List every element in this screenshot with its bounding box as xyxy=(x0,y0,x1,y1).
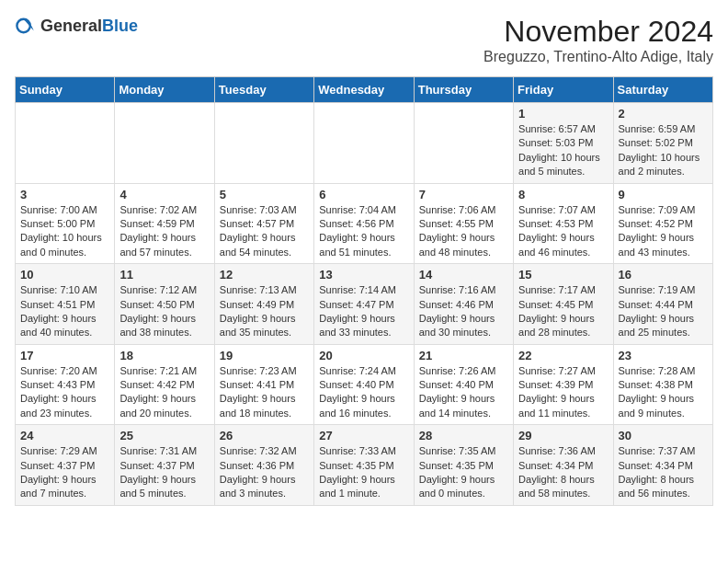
cell-info: Sunrise: 7:36 AM Sunset: 4:34 PM Dayligh… xyxy=(518,444,608,501)
cell-info: Sunrise: 7:12 AM Sunset: 4:50 PM Dayligh… xyxy=(119,283,209,340)
cell-info: Sunrise: 6:57 AM Sunset: 5:03 PM Dayligh… xyxy=(518,122,608,179)
cell-info: Sunrise: 7:17 AM Sunset: 4:45 PM Dayligh… xyxy=(518,283,608,340)
calendar-cell: 11Sunrise: 7:12 AM Sunset: 4:50 PM Dayli… xyxy=(115,264,214,345)
cell-info: Sunrise: 7:27 AM Sunset: 4:39 PM Dayligh… xyxy=(518,364,608,421)
calendar-cell: 1Sunrise: 6:57 AM Sunset: 5:03 PM Daylig… xyxy=(514,103,613,184)
day-number: 23 xyxy=(619,349,708,362)
week-row-1: 1Sunrise: 6:57 AM Sunset: 5:03 PM Daylig… xyxy=(16,103,713,184)
calendar-cell: 7Sunrise: 7:06 AM Sunset: 4:55 PM Daylig… xyxy=(414,183,513,264)
calendar-cell: 25Sunrise: 7:31 AM Sunset: 4:37 PM Dayli… xyxy=(115,425,214,506)
logo: General Blue xyxy=(15,15,138,37)
day-header-monday: Monday xyxy=(115,77,214,103)
day-header-wednesday: Wednesday xyxy=(314,77,414,103)
day-number: 27 xyxy=(319,429,408,442)
header: General Blue November 2024 Breguzzo, Tre… xyxy=(15,15,713,65)
calendar-cell: 30Sunrise: 7:37 AM Sunset: 4:34 PM Dayli… xyxy=(613,425,712,506)
day-number: 18 xyxy=(119,349,209,362)
cell-info: Sunrise: 7:32 AM Sunset: 4:36 PM Dayligh… xyxy=(220,444,309,501)
cell-info: Sunrise: 7:28 AM Sunset: 4:38 PM Dayligh… xyxy=(619,364,708,421)
cell-info: Sunrise: 7:07 AM Sunset: 4:53 PM Dayligh… xyxy=(518,203,608,260)
calendar-cell: 8Sunrise: 7:07 AM Sunset: 4:53 PM Daylig… xyxy=(514,183,613,264)
calendar-cell: 26Sunrise: 7:32 AM Sunset: 4:36 PM Dayli… xyxy=(214,425,313,506)
calendar-cell: 29Sunrise: 7:36 AM Sunset: 4:34 PM Dayli… xyxy=(514,425,613,506)
cell-info: Sunrise: 7:19 AM Sunset: 4:44 PM Dayligh… xyxy=(619,283,708,340)
day-number: 4 xyxy=(119,188,209,201)
day-number: 22 xyxy=(518,349,608,362)
calendar-cell: 28Sunrise: 7:35 AM Sunset: 4:35 PM Dayli… xyxy=(414,425,513,506)
calendar-header-row: SundayMondayTuesdayWednesdayThursdayFrid… xyxy=(16,77,713,103)
day-header-saturday: Saturday xyxy=(613,77,712,103)
calendar-cell: 12Sunrise: 7:13 AM Sunset: 4:49 PM Dayli… xyxy=(214,264,313,345)
day-number: 12 xyxy=(220,268,309,282)
cell-info: Sunrise: 7:16 AM Sunset: 4:46 PM Dayligh… xyxy=(419,283,508,340)
day-number: 1 xyxy=(518,107,608,121)
day-number: 30 xyxy=(619,429,708,442)
calendar-cell: 2Sunrise: 6:59 AM Sunset: 5:02 PM Daylig… xyxy=(613,103,712,184)
cell-info: Sunrise: 7:33 AM Sunset: 4:35 PM Dayligh… xyxy=(319,444,408,501)
week-row-5: 24Sunrise: 7:29 AM Sunset: 4:37 PM Dayli… xyxy=(16,425,713,506)
day-number: 7 xyxy=(419,188,508,201)
day-number: 21 xyxy=(419,349,508,362)
cell-info: Sunrise: 7:00 AM Sunset: 5:00 PM Dayligh… xyxy=(20,203,109,260)
day-header-friday: Friday xyxy=(514,77,613,103)
cell-info: Sunrise: 7:10 AM Sunset: 4:51 PM Dayligh… xyxy=(20,283,109,340)
week-row-4: 17Sunrise: 7:20 AM Sunset: 4:43 PM Dayli… xyxy=(16,344,713,425)
cell-info: Sunrise: 7:02 AM Sunset: 4:59 PM Dayligh… xyxy=(119,203,209,260)
day-number: 14 xyxy=(419,268,508,282)
day-number: 11 xyxy=(119,268,209,282)
calendar-cell: 27Sunrise: 7:33 AM Sunset: 4:35 PM Dayli… xyxy=(314,425,414,506)
cell-info: Sunrise: 7:03 AM Sunset: 4:57 PM Dayligh… xyxy=(220,203,309,260)
day-number: 3 xyxy=(20,188,109,201)
calendar-cell: 22Sunrise: 7:27 AM Sunset: 4:39 PM Dayli… xyxy=(514,344,613,425)
calendar-body: 1Sunrise: 6:57 AM Sunset: 5:03 PM Daylig… xyxy=(16,103,713,506)
day-header-thursday: Thursday xyxy=(414,77,513,103)
logo-general-text: General xyxy=(40,17,102,36)
cell-info: Sunrise: 7:26 AM Sunset: 4:40 PM Dayligh… xyxy=(419,364,508,421)
day-number: 20 xyxy=(319,349,408,362)
calendar-cell: 16Sunrise: 7:19 AM Sunset: 4:44 PM Dayli… xyxy=(613,264,712,345)
calendar-cell: 17Sunrise: 7:20 AM Sunset: 4:43 PM Dayli… xyxy=(16,344,115,425)
day-number: 9 xyxy=(619,188,708,201)
calendar-cell: 10Sunrise: 7:10 AM Sunset: 4:51 PM Dayli… xyxy=(16,264,115,345)
cell-info: Sunrise: 7:06 AM Sunset: 4:55 PM Dayligh… xyxy=(419,203,508,260)
calendar-cell xyxy=(214,103,313,184)
cell-info: Sunrise: 7:13 AM Sunset: 4:49 PM Dayligh… xyxy=(220,283,309,340)
day-number: 8 xyxy=(518,188,608,201)
calendar-cell: 9Sunrise: 7:09 AM Sunset: 4:52 PM Daylig… xyxy=(613,183,712,264)
day-number: 10 xyxy=(20,268,109,282)
calendar-cell xyxy=(115,103,214,184)
month-title: November 2024 xyxy=(483,15,713,49)
day-number: 15 xyxy=(518,268,608,282)
calendar-cell xyxy=(16,103,115,184)
cell-info: Sunrise: 7:35 AM Sunset: 4:35 PM Dayligh… xyxy=(419,444,508,501)
day-number: 19 xyxy=(220,349,309,362)
calendar-cell: 23Sunrise: 7:28 AM Sunset: 4:38 PM Dayli… xyxy=(613,344,712,425)
cell-info: Sunrise: 7:31 AM Sunset: 4:37 PM Dayligh… xyxy=(119,444,209,501)
cell-info: Sunrise: 7:29 AM Sunset: 4:37 PM Dayligh… xyxy=(20,444,109,501)
logo-icon xyxy=(15,15,37,37)
cell-info: Sunrise: 7:20 AM Sunset: 4:43 PM Dayligh… xyxy=(20,364,109,421)
svg-point-0 xyxy=(17,19,29,32)
day-number: 6 xyxy=(319,188,408,201)
calendar-cell: 3Sunrise: 7:00 AM Sunset: 5:00 PM Daylig… xyxy=(16,183,115,264)
logo-blue-text: Blue xyxy=(102,17,138,36)
calendar-table: SundayMondayTuesdayWednesdayThursdayFrid… xyxy=(15,76,713,506)
cell-info: Sunrise: 7:04 AM Sunset: 4:56 PM Dayligh… xyxy=(319,203,408,260)
calendar-cell: 20Sunrise: 7:24 AM Sunset: 4:40 PM Dayli… xyxy=(314,344,414,425)
week-row-3: 10Sunrise: 7:10 AM Sunset: 4:51 PM Dayli… xyxy=(16,264,713,345)
calendar-cell: 14Sunrise: 7:16 AM Sunset: 4:46 PM Dayli… xyxy=(414,264,513,345)
calendar-cell: 18Sunrise: 7:21 AM Sunset: 4:42 PM Dayli… xyxy=(115,344,214,425)
day-number: 16 xyxy=(619,268,708,282)
day-number: 17 xyxy=(20,349,109,362)
cell-info: Sunrise: 7:24 AM Sunset: 4:40 PM Dayligh… xyxy=(319,364,408,421)
calendar-cell: 13Sunrise: 7:14 AM Sunset: 4:47 PM Dayli… xyxy=(314,264,414,345)
day-number: 29 xyxy=(518,429,608,442)
day-header-tuesday: Tuesday xyxy=(214,77,313,103)
calendar-cell: 21Sunrise: 7:26 AM Sunset: 4:40 PM Dayli… xyxy=(414,344,513,425)
day-number: 25 xyxy=(119,429,209,442)
day-number: 28 xyxy=(419,429,508,442)
week-row-2: 3Sunrise: 7:00 AM Sunset: 5:00 PM Daylig… xyxy=(16,183,713,264)
cell-info: Sunrise: 7:37 AM Sunset: 4:34 PM Dayligh… xyxy=(619,444,708,501)
cell-info: Sunrise: 7:23 AM Sunset: 4:41 PM Dayligh… xyxy=(220,364,309,421)
day-header-sunday: Sunday xyxy=(16,77,115,103)
